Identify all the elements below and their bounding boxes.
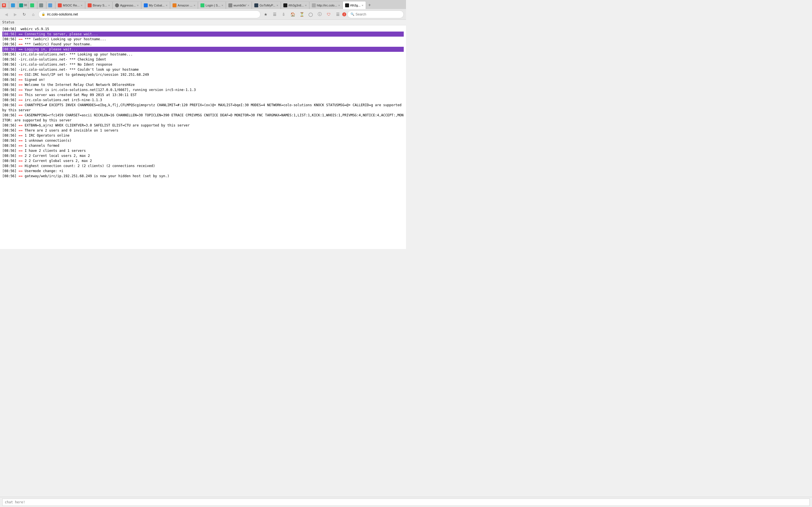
tab-amazon-label: Amazon ... — [177, 4, 193, 7]
irc-line: [08:56] == There are 2 users and 0 invis… — [2, 128, 404, 133]
irc-eq: == — [18, 98, 25, 102]
tab-wumb-close[interactable]: × — [248, 4, 249, 7]
irc-line: [08:56] == EXTBAN=$,ajrxz WHOX CLIENTVER… — [2, 123, 404, 128]
tab-http-close[interactable]: × — [338, 4, 340, 7]
irc-timestamp: [08:56] — [2, 138, 18, 143]
tab-binary-close[interactable]: × — [108, 4, 110, 7]
tab-home[interactable]: H — [0, 1, 9, 9]
new-tab-button[interactable]: + — [366, 1, 373, 9]
irc-timestamp: [08:56] — [2, 123, 18, 127]
irc-line: [08:56] == CHANTYPES=# EXCEPTS INVEX CHA… — [2, 103, 404, 113]
tab-th3g-active[interactable]: #th3g... × — [343, 1, 366, 9]
irc-line: [08:56] -irc.colo-solutions.net- *** No … — [2, 62, 404, 67]
bookmark-button[interactable]: ★ — [262, 10, 269, 18]
irc-line: [08:56] == I have 2 clients and 1 server… — [2, 148, 404, 153]
search-icon: 🔍 — [350, 12, 354, 16]
forward-button[interactable]: ▶ — [11, 10, 19, 18]
history-button[interactable]: ⏳ — [298, 10, 306, 18]
tab-http-icon — [312, 3, 316, 7]
irc-message: 1 channels formed — [24, 144, 59, 148]
tab-gotomy-close[interactable]: × — [276, 4, 278, 7]
irc-timestamp: [08:56] — [2, 103, 18, 107]
tab-3[interactable]: 98 — [18, 1, 28, 9]
irc-line: [08:56] == Welcome to the Internet Relay… — [2, 82, 404, 87]
reader-button[interactable]: ☰ — [271, 10, 278, 18]
irc-message: irc.colo-solutions.net irc5-nine-1.1.3 — [24, 98, 102, 102]
tab-cobalt-icon — [144, 3, 148, 7]
tab-aggresso[interactable]: Aggresso... × — [112, 1, 141, 9]
tab-th3g1-label: #th3g3ntl... — [289, 4, 304, 7]
home2-button[interactable]: 🏠 — [289, 10, 297, 18]
tab-amazon-close[interactable]: × — [194, 4, 195, 7]
tab-login-close[interactable]: × — [221, 4, 223, 7]
refresh-button[interactable]: ↻ — [20, 10, 28, 18]
irc-line: [08:56] == 1 IRC Operators online — [2, 133, 404, 138]
irc-eq: == — [18, 78, 25, 82]
home-button[interactable]: ⌂ — [29, 10, 37, 18]
irc-message: I have 2 clients and 1 servers — [24, 149, 86, 153]
irc-line: [08:56] == 1 channels formed — [2, 143, 404, 148]
irc-timestamp: [08:56] — [2, 159, 18, 163]
tab-binary[interactable]: Binary S... × — [85, 1, 112, 9]
irc-eq: == — [18, 42, 25, 46]
tab-gotomy-label: GoToMyP... — [259, 4, 275, 7]
irc-message: *** (webirc) Looking up your hostname... — [24, 37, 106, 41]
info-button[interactable]: ⓘ — [316, 10, 324, 18]
irc-message: This server was created Sat May 09 2015 … — [24, 93, 137, 97]
tab-aggresso-close[interactable]: × — [137, 4, 139, 7]
irc-eq: == — [18, 159, 25, 163]
irc-timestamp: [08:56] — [2, 113, 18, 117]
tab-msoc[interactable]: MSOC Re... × — [55, 1, 85, 9]
tab-5[interactable] — [37, 1, 46, 9]
irc-timestamp: [08:56] — [2, 32, 18, 36]
irc-eq: == — [18, 32, 25, 36]
tab-wumb[interactable]: wumb0in' × — [226, 1, 252, 9]
irc-eq: == — [18, 113, 25, 117]
tab-2[interactable] — [9, 1, 18, 9]
tab-th3g1[interactable]: #th3g3ntl... × — [281, 1, 309, 9]
irc-timestamp: [08:56] — [2, 128, 18, 132]
irc-timestamp: [08:56] — [2, 73, 18, 76]
tab-cobalt-close[interactable]: × — [166, 4, 167, 7]
tab-login-label: Login | S... — [206, 4, 220, 7]
search-input[interactable] — [356, 12, 401, 16]
irc-eq: == — [18, 128, 25, 132]
tab-msoc-close[interactable]: × — [81, 4, 82, 7]
pocket-button[interactable]: ◯ — [307, 10, 315, 18]
tab-aggresso-icon — [115, 3, 119, 7]
tab-msoc-icon — [58, 3, 62, 7]
tab-aggresso-label: Aggresso... — [120, 4, 136, 7]
tab-6[interactable] — [46, 1, 55, 9]
tab-login-icon — [200, 3, 204, 7]
download-button[interactable]: ⇩ — [280, 10, 288, 18]
tab-th3g1-close[interactable]: × — [305, 4, 306, 7]
tab-gotomy[interactable]: GoToMyP... × — [252, 1, 281, 9]
address-bar[interactable]: 🔒 irc.colo-solutions.net — [38, 10, 260, 18]
tab-cobalt[interactable]: My Cobal... × — [141, 1, 170, 9]
search-bar[interactable]: 🔍 — [347, 10, 404, 18]
home-tab-icon: H — [2, 3, 6, 7]
menu-button[interactable]: ☰ — [334, 10, 342, 18]
irc-line: [08:56] == Signed on! — [2, 77, 404, 82]
irc-message: Connecting to server, please wait... — [24, 32, 98, 36]
irc-line: [08:56] == 2 2 Current local users 2, ma… — [2, 153, 404, 158]
irc-timestamp: [08:56] — [2, 98, 18, 102]
irc-eq: == — [18, 88, 25, 92]
back-button[interactable]: ◀ — [2, 10, 10, 18]
irc-line: [08:56] == 2 2 Current global users 2, m… — [2, 158, 404, 163]
tab-4[interactable] — [28, 1, 37, 9]
tab-amazon[interactable]: Amazon ... × — [170, 1, 198, 9]
irc-message: EXTBAN=$,ajrxz WHOX CLIENTVER=3.0 SAFELI… — [24, 123, 190, 127]
shield-button[interactable]: 🛡 — [325, 10, 333, 18]
tab-wumb-icon — [229, 3, 232, 7]
irc-timestamp: [08:56] — [2, 47, 18, 51]
irc-eq: == — [18, 37, 25, 41]
tab-login[interactable]: Login | S... × — [198, 1, 226, 9]
irc-timestamp: [08:56] — [2, 78, 18, 82]
tab-http[interactable]: http://irc.colo... × — [309, 1, 343, 9]
irc-line: [08:56] -irc.colo-solutions.net- *** Che… — [2, 57, 404, 62]
irc-message: There are 2 users and 0 invisible on 1 s… — [24, 128, 118, 132]
irc-eq: == — [18, 103, 25, 107]
address-input[interactable]: irc.colo-solutions.net — [47, 12, 257, 16]
tab-active-close[interactable]: × — [362, 4, 363, 7]
